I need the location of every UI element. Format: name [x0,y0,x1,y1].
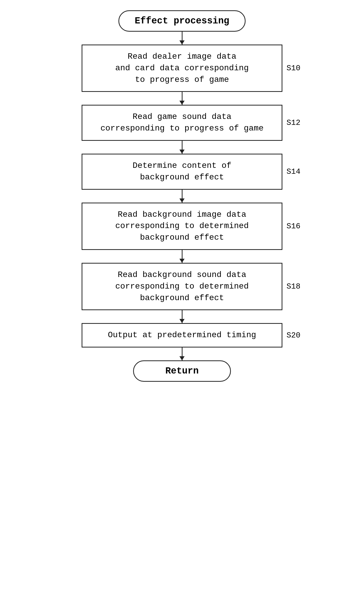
start-node: Effect processing [118,10,245,32]
process-s20: Output at predetermined timing [82,323,282,348]
process-s16: Read background image datacorresponding … [82,203,282,250]
process-s16-text: Read background image datacorresponding … [115,210,249,242]
label-s16: S16 [287,222,300,231]
flowchart: Effect processing Read dealer image data… [66,10,298,382]
process-s20-text: Output at predetermined timing [108,330,256,340]
arrow-6 [66,310,298,323]
arrow-4 [66,190,298,203]
arrow-1 [66,32,298,45]
step-row-s18: Read background sound datacorresponding … [66,263,298,310]
process-s18: Read background sound datacorresponding … [82,263,282,310]
process-s12: Read game sound datacorresponding to pro… [82,105,282,141]
arrow-5 [66,250,298,263]
label-s12: S12 [287,118,300,127]
arrow-2 [66,92,298,105]
label-s10: S10 [287,64,300,73]
step-row-s12: Read game sound datacorresponding to pro… [66,105,298,141]
end-node: Return [133,360,231,382]
label-s18: S18 [287,282,300,291]
process-s12-text: Read game sound datacorresponding to pro… [100,112,264,133]
step-row-s10: Read dealer image dataand card data corr… [66,45,298,92]
process-s10: Read dealer image dataand card data corr… [82,45,282,92]
arrow-3 [66,141,298,154]
step-row-s20: Output at predetermined timing S20 [66,323,298,348]
label-s14: S14 [287,167,300,176]
process-s10-text: Read dealer image dataand card data corr… [115,52,249,84]
step-row-s16: Read background image datacorresponding … [66,203,298,250]
process-s14-text: Determine content ofbackground effect [133,161,231,182]
process-s14: Determine content ofbackground effect [82,154,282,190]
label-s20: S20 [287,331,300,340]
arrow-7 [66,348,298,360]
step-row-s14: Determine content ofbackground effect S1… [66,154,298,190]
process-s18-text: Read background sound datacorresponding … [115,270,249,303]
